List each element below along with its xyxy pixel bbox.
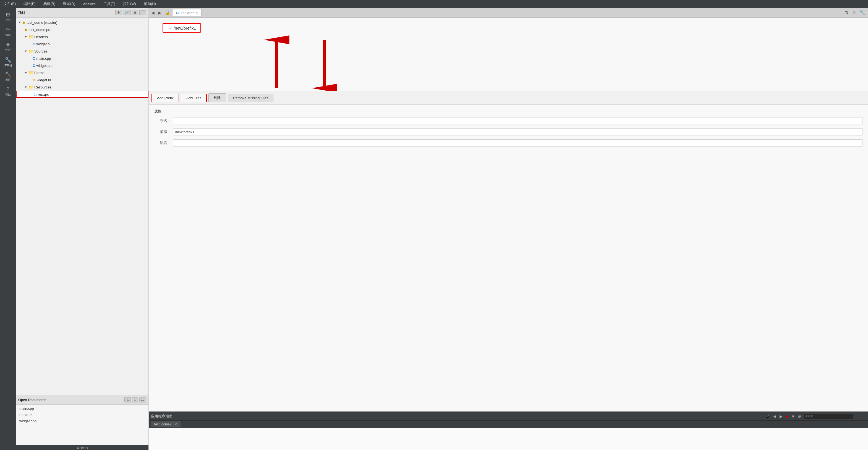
add-files-button[interactable]: Add Files — [181, 94, 207, 102]
output-tab-testdome2[interactable]: test_dome2 ✕ — [151, 421, 181, 427]
tab-back-btn[interactable]: ◀ — [150, 10, 156, 15]
remove-missing-files-button[interactable]: Remove Missing Files — [228, 94, 273, 102]
debug-icon: 🔧 — [5, 57, 11, 63]
prop-language-input[interactable] — [173, 139, 863, 147]
project-icon: 🔨 — [5, 71, 11, 77]
tree-arrow-resources: ▼ — [24, 86, 27, 89]
delete-button[interactable]: 删除 — [209, 93, 226, 102]
menu-item-debug[interactable]: 调试(D) — [61, 1, 77, 7]
output-next-btn[interactable]: ▶ — [778, 414, 784, 419]
tab-resqrc-label: res.qrc* — [181, 11, 194, 15]
tree-label-testdome: test_dome [master] — [27, 21, 57, 25]
help-icon: ? — [6, 87, 9, 92]
tab-close-all-btn[interactable]: ✕ — [850, 9, 858, 16]
menu-item-file[interactable]: 文件(E) — [2, 1, 18, 7]
prop-row-alias: 别名： — [154, 117, 863, 124]
tree-label-headers: Headers — [34, 35, 48, 39]
menu-item-analyze[interactable]: Analyze — [81, 1, 97, 7]
project-panel-header: 项目 ⚙ 🔗 ⊞ — — [16, 8, 149, 18]
menu-item-controls[interactable]: 控件(W) — [121, 1, 138, 7]
output-stop-btn[interactable]: ■ — [791, 414, 796, 419]
tree-item-resources[interactable]: ▼ 📁 Resources — [16, 84, 149, 91]
output-prev-btn[interactable]: ◀ — [772, 414, 777, 419]
sidebar-item-edit[interactable]: ✏ 编辑 — [1, 25, 15, 39]
menu-item-build[interactable]: 构建(B) — [42, 1, 57, 7]
menu-item-tools[interactable]: 工具(T) — [102, 1, 117, 7]
sidebar-item-help[interactable]: ? 帮助 — [1, 85, 15, 98]
tree-icon-maincpp: C — [33, 56, 35, 61]
open-doc-resqrc[interactable]: res.qrc* — [16, 412, 149, 418]
tab-resqrc-close[interactable]: ✕ — [195, 11, 198, 14]
output-remove-btn[interactable]: − — [861, 413, 866, 420]
properties-section: 属性 别名： 前缀： 语言： — [149, 106, 868, 411]
menu-item-edit[interactable]: 编辑(E) — [22, 1, 37, 7]
tree-icon-widgetcpp: C — [33, 64, 35, 68]
tab-lock-btn[interactable]: 🔒 — [164, 10, 172, 15]
output-tab-bar: test_dome2 ✕ — [149, 421, 868, 428]
tab-bar: ◀ ▶ 🔒 🗂 res.qrc* ✕ ⇅ ✕ 🔧 — [149, 8, 868, 18]
tree-item-headers[interactable]: ▼ 📁 Headers — [16, 33, 149, 40]
tab-resqrc-icon: 🗂 — [176, 10, 180, 15]
prop-alias-input[interactable] — [173, 117, 863, 124]
open-doc-widgetcpp[interactable]: widget.cpp — [16, 418, 149, 424]
sidebar-design-label: 设计 — [5, 48, 11, 52]
output-header: 应用程序输出 📱 ◀ ▶ ▶ ■ ⚙ + − — [149, 412, 868, 421]
open-docs-header: Open Documents ⇅ ⊞ — — [16, 395, 149, 405]
tree-item-widgeth[interactable]: C widget.h — [16, 40, 149, 47]
open-docs-add-btn[interactable]: ⊞ — [132, 397, 138, 403]
tree-label-sources: Sources — [34, 49, 48, 53]
tree-icon-testdome: ◆ — [22, 20, 25, 25]
output-filter-input[interactable] — [804, 413, 854, 419]
sidebar-help-label: 帮助 — [5, 93, 11, 97]
tree-icon-headers: 📁 — [28, 35, 33, 39]
welcome-icon: ⊞ — [6, 11, 10, 18]
tree-icon-pro: ◆ — [24, 27, 27, 32]
tree-item-forms[interactable]: ▼ 📁 Forms — [16, 69, 149, 76]
tree-item-maincpp[interactable]: C main.cpp — [16, 55, 149, 62]
sidebar-project-label: 项目 — [5, 78, 11, 82]
project-close-btn[interactable]: — — [139, 10, 146, 15]
sidebar-edit-label: 编辑 — [5, 33, 11, 37]
output-title: 应用程序输出 — [151, 414, 173, 419]
output-tab-testdome2-close[interactable]: ✕ — [175, 422, 177, 426]
add-prefix-button[interactable]: Add Prefix — [152, 94, 179, 102]
open-doc-maincpp[interactable]: main.cpp — [16, 405, 149, 412]
tree-label-maincpp: main.cpp — [36, 56, 51, 61]
sidebar-item-debug[interactable]: 🔧 Debug — [1, 55, 15, 69]
tree-item-resqrc[interactable]: 🗂 res.qrc — [16, 91, 149, 98]
output-device-btn[interactable]: 📱 — [764, 414, 771, 419]
output-run-btn[interactable]: ▶ — [785, 414, 790, 419]
open-docs-list: main.cpp res.qrc* widget.cpp — [16, 405, 149, 445]
sidebar-item-design[interactable]: ◈ 设计 — [1, 40, 15, 54]
tree-label-widgeth: widget.h — [36, 42, 50, 46]
project-add-btn[interactable]: ⊞ — [132, 10, 138, 15]
tree-item-widgetcpp[interactable]: C widget.cpp — [16, 62, 149, 69]
menu-bar: 文件(E) 编辑(E) 构建(B) 调试(D) Analyze 工具(T) 控件… — [0, 0, 868, 8]
tab-settings-btn[interactable]: 🔧 — [858, 9, 867, 16]
qrc-editor: 🗂 /new/prefix1 — [149, 18, 868, 411]
open-docs-close-btn[interactable]: — — [139, 397, 146, 403]
tab-split-btn[interactable]: ⇅ — [843, 9, 850, 16]
sidebar-item-project[interactable]: 🔨 项目 — [1, 70, 15, 84]
tree-item-pro[interactable]: ◆ test_dome.pro — [16, 26, 149, 33]
prop-language-label: 语言： — [154, 140, 171, 146]
tree-label-forms: Forms — [34, 71, 44, 75]
tree-item-widgetui[interactable]: ✏ widget.ui — [16, 76, 149, 84]
output-add-btn[interactable]: + — [855, 413, 860, 420]
tree-label-pro: test_dome.pro — [28, 28, 52, 32]
tab-resqrc[interactable]: 🗂 res.qrc* ✕ — [172, 9, 202, 16]
tree-item-testdome[interactable]: ▼ ◆ test_dome [master] — [16, 19, 149, 26]
project-filter-btn[interactable]: ⚙ — [115, 10, 122, 15]
output-compile-btn[interactable]: ⚙ — [797, 414, 803, 419]
menu-item-help[interactable]: 帮助(H) — [142, 1, 158, 7]
tab-forward-btn[interactable]: ▶ — [157, 10, 163, 15]
editor-area: ◀ ▶ 🔒 🗂 res.qrc* ✕ ⇅ ✕ 🔧 🗂 /new/prefix1 — [149, 8, 868, 450]
icon-sidebar: ⊞ 欢迎 ✏ 编辑 ◈ 设计 🔧 Debug 🔨 项目 ? 帮助 — [0, 8, 16, 450]
project-panel-title: 项目 — [18, 10, 25, 15]
edit-icon: ✏ — [6, 27, 10, 33]
tree-item-sources[interactable]: ▼ 📁 Sources — [16, 47, 149, 55]
prop-prefix-input[interactable] — [173, 128, 863, 135]
open-docs-sort-btn[interactable]: ⇅ — [124, 397, 131, 403]
sidebar-item-welcome[interactable]: ⊞ 欢迎 — [1, 10, 15, 24]
project-link-btn[interactable]: 🔗 — [123, 10, 131, 15]
